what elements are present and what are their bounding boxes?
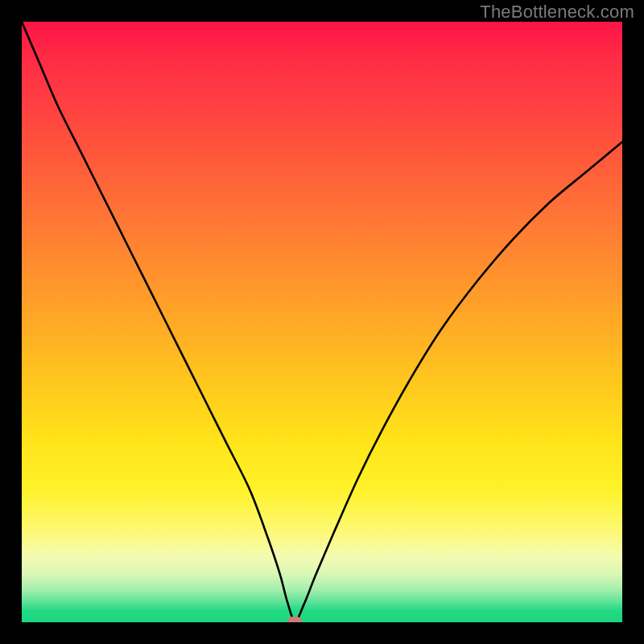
- bottleneck-curve: [22, 22, 622, 621]
- chart-container: TheBottleneck.com: [0, 0, 644, 644]
- min-marker: [287, 617, 302, 623]
- curve-svg: [22, 22, 622, 622]
- plot-area: [22, 22, 622, 622]
- watermark-text: TheBottleneck.com: [480, 2, 634, 23]
